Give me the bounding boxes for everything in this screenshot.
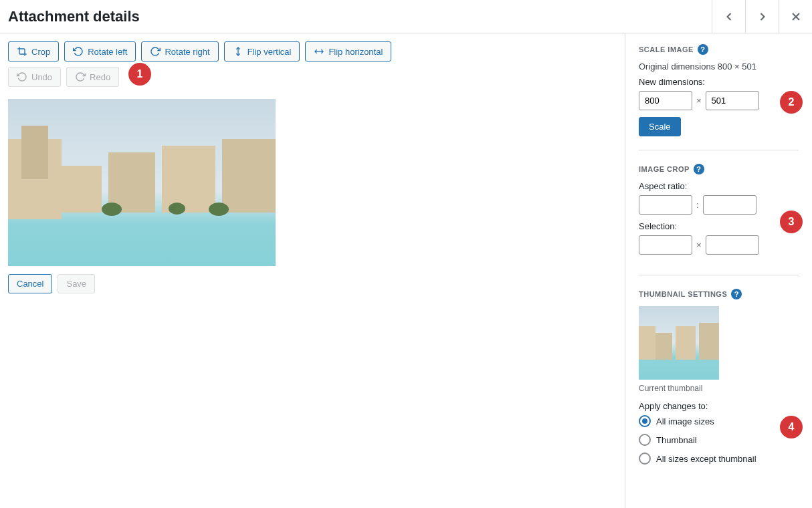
scale-row: × (639, 91, 799, 110)
chevron-left-icon (722, 10, 736, 23)
annotation-1: 1 (128, 63, 151, 86)
scale-title: SCALE IMAGE ? (639, 44, 799, 55)
chevron-right-icon (756, 10, 769, 23)
help-icon[interactable]: ? (698, 44, 708, 55)
flip-horizontal-label: Flip horizontal (328, 47, 383, 57)
scale-height-input[interactable] (706, 91, 759, 110)
next-button[interactable] (745, 0, 779, 33)
annotation-2: 2 (780, 91, 803, 114)
editor-area: Crop Rotate left Rotate right Flip verti… (0, 33, 625, 508)
flip-vertical-icon (233, 46, 243, 57)
thumb-caption: Current thumbnail (639, 384, 799, 393)
radio-all-label: All image sizes (656, 416, 714, 426)
crop-button[interactable]: Crop (8, 41, 59, 61)
apply-label: Apply changes to: (639, 401, 799, 411)
main: Crop Rotate left Rotate right Flip verti… (0, 33, 812, 508)
crop-title: IMAGE CROP ? (639, 164, 799, 174)
redo-label: Redo (90, 72, 110, 82)
selection-label: Selection: (639, 221, 799, 231)
header: Attachment details (0, 0, 812, 33)
undo-label: Undo (31, 72, 52, 82)
help-icon[interactable]: ? (731, 289, 742, 299)
aspect-width-input[interactable] (639, 195, 692, 215)
close-button[interactable] (779, 0, 812, 33)
toolbar-history: Undo Redo 1 (8, 67, 617, 87)
scale-title-text: SCALE IMAGE (639, 45, 694, 53)
radio-except-thumbnail[interactable]: All sizes except thumbnail (639, 453, 799, 465)
annotation-4: 4 (780, 416, 803, 438)
save-button[interactable]: Save (58, 274, 95, 293)
crop-section: IMAGE CROP ? Aspect ratio: : Selection: … (639, 164, 799, 275)
redo-icon (75, 72, 86, 82)
rotate-left-button[interactable]: Rotate left (64, 41, 136, 61)
rotate-right-button[interactable]: Rotate right (141, 41, 218, 61)
scale-width-input[interactable] (639, 91, 692, 110)
aspect-row: : (639, 195, 799, 215)
flip-horizontal-button[interactable]: Flip horizontal (305, 41, 391, 61)
thumb-title-text: THUMBNAIL SETTINGS (639, 290, 727, 298)
crop-label: Crop (31, 47, 50, 57)
scale-section: SCALE IMAGE ? Original dimensions 800 × … (639, 44, 799, 150)
scale-button[interactable]: Scale (639, 117, 681, 136)
aspect-sep: : (696, 200, 699, 210)
radio-thumbnail[interactable]: Thumbnail (639, 434, 799, 446)
rotate-right-label: Rotate right (165, 47, 209, 57)
selection-sep: × (696, 240, 702, 250)
flip-vertical-label: Flip vertical (247, 47, 292, 57)
radio-icon (639, 434, 651, 446)
radio-all-sizes[interactable]: All image sizes (639, 415, 799, 427)
image-preview[interactable] (8, 99, 276, 266)
radio-except-label: All sizes except thumbnail (656, 454, 756, 464)
header-nav (712, 0, 812, 33)
flip-vertical-button[interactable]: Flip vertical (224, 41, 300, 61)
original-dimensions: Original dimensions 800 × 501 (639, 61, 799, 72)
undo-button[interactable]: Undo (8, 67, 61, 87)
selection-width-input[interactable] (639, 235, 692, 255)
selection-height-input[interactable] (706, 235, 759, 255)
rotate-left-label: Rotate left (88, 47, 127, 57)
page-title: Attachment details (8, 8, 140, 25)
selection-row: × (639, 235, 799, 255)
dim-sep: × (696, 96, 702, 106)
rotate-left-icon (73, 46, 84, 57)
radio-icon (639, 415, 651, 427)
toolbar: Crop Rotate left Rotate right Flip verti… (8, 41, 617, 61)
rotate-right-icon (150, 46, 161, 57)
undo-icon (17, 72, 27, 82)
help-icon[interactable]: ? (694, 164, 704, 174)
annotation-3: 3 (780, 211, 803, 233)
crop-icon (17, 46, 27, 57)
thumb-title: THUMBNAIL SETTINGS ? (639, 289, 799, 299)
thumbnail-preview (639, 306, 719, 380)
aspect-height-input[interactable] (703, 195, 756, 215)
flip-horizontal-icon (314, 46, 324, 57)
thumbnail-section: THUMBNAIL SETTINGS ? Current thumbnail A… (639, 289, 799, 485)
cancel-button[interactable]: Cancel (8, 274, 52, 293)
radio-icon (639, 453, 651, 465)
bottom-actions: Cancel Save (8, 274, 617, 293)
redo-button[interactable]: Redo (66, 67, 119, 87)
sidebar: SCALE IMAGE ? Original dimensions 800 × … (625, 33, 812, 508)
radio-thumb-label: Thumbnail (656, 435, 697, 445)
prev-button[interactable] (712, 0, 745, 33)
crop-title-text: IMAGE CROP (639, 165, 690, 173)
new-dimensions-label: New dimensions: (639, 77, 799, 87)
close-icon (789, 10, 803, 23)
aspect-label: Aspect ratio: (639, 181, 799, 191)
